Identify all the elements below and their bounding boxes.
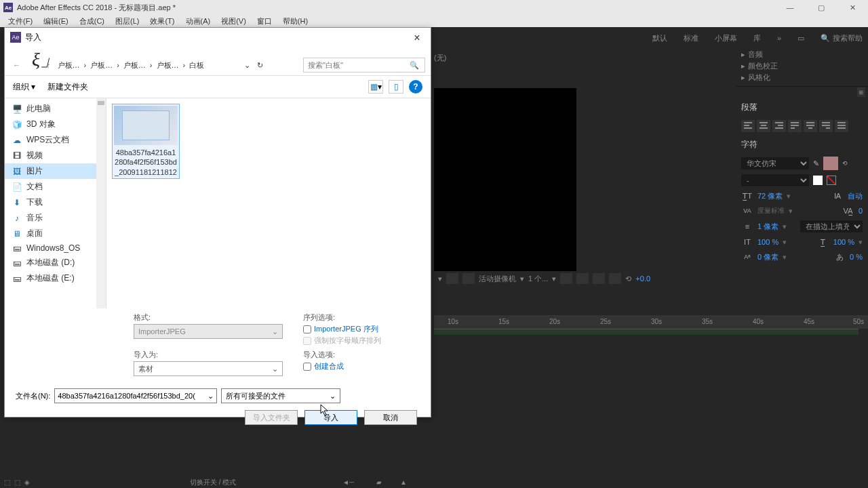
stroke-style[interactable]: 在描边上填充: [800, 220, 863, 232]
status-icon2[interactable]: ⬚: [14, 479, 20, 486]
tsume-value[interactable]: 0 %: [850, 253, 863, 261]
eyedropper-icon[interactable]: ✎: [813, 159, 819, 168]
timeline-ruler[interactable]: 10s 15s 20s 25s 30s 35s 40s 45s 50s: [434, 315, 868, 329]
exposure-value[interactable]: +0.0: [635, 274, 650, 283]
filename-input[interactable]: 48ba357fa4216a1280fa4f2f56f153bd_20(⌄: [54, 388, 217, 403]
sidebar-drive-e[interactable]: 🖴本地磁盘 (E:): [5, 270, 106, 286]
fill-color[interactable]: [823, 157, 838, 170]
menu-layer[interactable]: 图层(L): [110, 16, 144, 26]
vb-icon1[interactable]: [560, 273, 572, 284]
jpeg-sequence-checkbox[interactable]: [303, 325, 311, 333]
leading-value[interactable]: 自动: [848, 191, 863, 201]
vscale-value[interactable]: 100 %: [757, 238, 778, 246]
tab-standard[interactable]: 标准: [684, 33, 698, 43]
cancel-button[interactable]: 取消: [364, 410, 417, 425]
preview-pane-button[interactable]: ▯: [389, 80, 403, 94]
minimize-button[interactable]: —: [774, 0, 806, 15]
effects-stylize[interactable]: ▸ 风格化: [741, 72, 863, 83]
align-right[interactable]: [772, 120, 786, 132]
status-icon3[interactable]: ◈: [24, 479, 30, 486]
sidebar-videos[interactable]: 🎞视频: [5, 148, 106, 163]
import-button[interactable]: 导入: [304, 410, 357, 425]
menu-help[interactable]: 帮助(H): [277, 16, 313, 26]
align-left[interactable]: [741, 120, 755, 132]
toggle-switch-label[interactable]: 切换开关 / 模式: [190, 478, 236, 487]
sidebar-pictures[interactable]: 🖼图片: [5, 163, 106, 179]
stroke-width[interactable]: 1 像素: [757, 222, 778, 232]
new-folder-button[interactable]: 新建文件夹: [47, 81, 88, 93]
more-icon[interactable]: »: [777, 34, 781, 42]
align-center[interactable]: [757, 120, 770, 132]
panel-menu-icon[interactable]: ≡: [857, 87, 865, 97]
zoom-slider-handle[interactable]: ▰: [376, 479, 382, 486]
menu-effect[interactable]: 效果(T): [144, 16, 180, 26]
sidebar-this-pc[interactable]: 🖥️此电脑: [5, 101, 106, 117]
close-button[interactable]: ✕: [837, 0, 868, 15]
font-select[interactable]: 华文仿宋: [741, 157, 809, 169]
sidebar-wps[interactable]: ☁WPS云文档: [5, 132, 106, 148]
menu-composition[interactable]: 合成(C): [74, 16, 110, 26]
maximize-button[interactable]: ▢: [806, 0, 837, 15]
tab-default[interactable]: 默认: [652, 33, 667, 43]
sidebar-3d[interactable]: 🧊3D 对象: [5, 117, 106, 132]
menu-view[interactable]: 视图(V): [216, 16, 252, 26]
help-search[interactable]: 🔍 搜索帮助: [821, 33, 863, 43]
crumb[interactable]: 白板: [189, 60, 204, 70]
tracking-value[interactable]: 0: [859, 207, 863, 215]
panel-icon[interactable]: ▭: [797, 34, 804, 43]
tab-small[interactable]: 小屏幕: [715, 33, 737, 43]
crumb[interactable]: 户板…: [90, 60, 113, 70]
import-as-select[interactable]: 素材⌄: [134, 361, 283, 376]
swap-icon[interactable]: ⟲: [842, 160, 848, 167]
zoom-slider-left[interactable]: ◄─: [342, 479, 354, 486]
vb-icon2[interactable]: [576, 273, 589, 284]
align-justify-last-center[interactable]: [804, 120, 817, 132]
align-justify-last-left[interactable]: [788, 120, 802, 132]
menu-file[interactable]: 文件(F): [3, 16, 38, 26]
create-comp-checkbox[interactable]: [303, 363, 311, 371]
status-icon1[interactable]: ⬚: [4, 479, 10, 486]
tab-library[interactable]: 库: [753, 33, 761, 43]
mask-icon[interactable]: [462, 273, 475, 284]
sidebar-documents[interactable]: 📄文档: [5, 179, 106, 195]
menu-window[interactable]: 窗口: [252, 16, 277, 26]
align-justify-all[interactable]: [835, 120, 848, 132]
views-select[interactable]: 1 个...: [528, 274, 548, 284]
grid-icon[interactable]: [446, 273, 458, 284]
font-style-select[interactable]: -: [741, 174, 809, 186]
dialog-close-button[interactable]: ×: [406, 30, 428, 45]
sidebar-os[interactable]: 🖴Windows8_OS: [5, 241, 106, 255]
search-input[interactable]: [308, 61, 410, 69]
exposure-reset-icon[interactable]: ⟲: [625, 274, 631, 283]
organize-button[interactable]: 组织 ▾: [13, 81, 35, 93]
zoom-slider-right[interactable]: ▲: [400, 479, 407, 486]
font-size[interactable]: 72 像素: [757, 191, 783, 201]
sidebar-scrollbar[interactable]: [96, 98, 106, 308]
filetype-select[interactable]: 所有可接受的文件⌄: [221, 388, 340, 403]
crumb[interactable]: 户板…: [58, 60, 80, 70]
sidebar-downloads[interactable]: ⬇下载: [5, 195, 106, 210]
menu-animation[interactable]: 动画(A): [180, 16, 216, 26]
align-justify-last-right[interactable]: [819, 120, 833, 132]
timeline-workarea[interactable]: [434, 329, 859, 336]
sidebar-drive-d[interactable]: 🖴本地磁盘 (D:): [5, 255, 106, 270]
help-button[interactable]: ?: [409, 80, 422, 94]
camera-select[interactable]: 活动摄像机: [479, 274, 516, 284]
view-mode-button[interactable]: ▦ ▾: [368, 80, 383, 94]
crumb[interactable]: 户板…: [157, 60, 179, 70]
baseline-value[interactable]: 0 像素: [757, 252, 778, 262]
vb-icon3[interactable]: [593, 273, 605, 284]
kerning-value[interactable]: 度量标准: [757, 206, 785, 216]
stroke-color[interactable]: [813, 176, 823, 185]
search-box[interactable]: 🔍: [303, 58, 425, 73]
sidebar-music[interactable]: ♪音乐: [5, 210, 106, 226]
file-item[interactable]: 48ba357fa4216a1280fa4f2f56f153bd_2009118…: [112, 104, 180, 179]
nav-back-icon[interactable]: ←: [10, 61, 23, 69]
crumb[interactable]: 户板…: [123, 60, 146, 70]
crumb-dropdown-icon[interactable]: ⌄: [244, 61, 250, 70]
effects-color[interactable]: ▸ 颜色校正: [741, 60, 863, 72]
menu-edit[interactable]: 编辑(E): [38, 16, 74, 26]
vb-icon4[interactable]: [609, 273, 621, 284]
dropdown-icon[interactable]: ▾: [438, 274, 442, 283]
no-fill-icon[interactable]: [827, 176, 836, 185]
